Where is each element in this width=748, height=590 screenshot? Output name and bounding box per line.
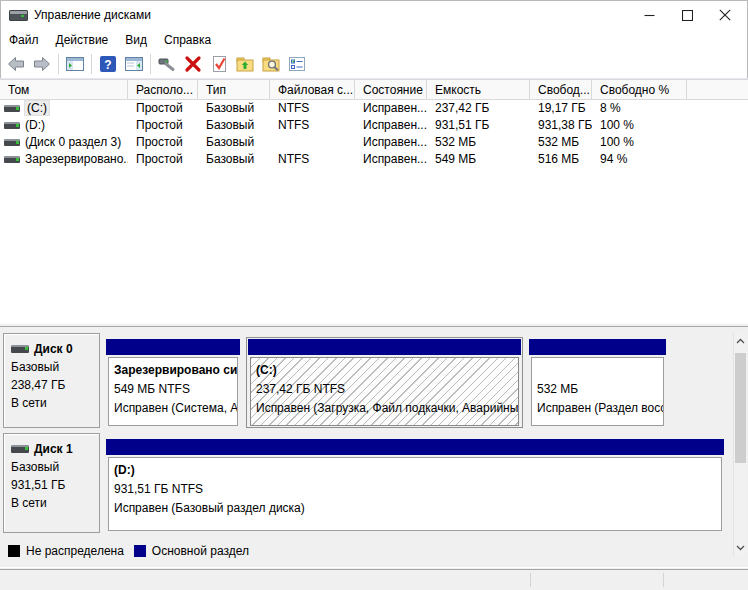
volume-fs <box>270 134 355 151</box>
statusbar <box>0 570 748 590</box>
menu-item-action[interactable]: Действие <box>56 33 109 47</box>
minimize-icon <box>644 10 655 21</box>
delete-volume-button[interactable] <box>180 52 206 76</box>
titlebar: Управление дисками <box>0 0 748 30</box>
menubar: Файл Действие Вид Справка <box>0 30 748 49</box>
partition-name: Зарезервировано сис <box>114 361 233 380</box>
partition-status: Исправен (Загрузка, Файл подкачки, Авари… <box>256 399 514 418</box>
scroll-down-button[interactable] <box>734 540 747 556</box>
partition-status: Исправен (Раздел восс <box>537 399 659 418</box>
volume-capacity: 549 МБ <box>427 151 530 168</box>
statusbar-separator <box>663 573 664 587</box>
disk-management-window: Управление дисками Файл Действие Вид Спр… <box>0 0 748 590</box>
column-header-status[interactable]: Состояние <box>355 79 427 100</box>
disk-type: Базовый <box>11 358 97 376</box>
mark-partition-active-icon <box>209 54 229 74</box>
partition-d[interactable]: (D:) 931,51 ГБ NTFS Исправен (Базовый ра… <box>104 437 726 533</box>
chevron-down-icon <box>736 545 745 551</box>
show-console-tree-button[interactable] <box>62 52 88 76</box>
column-header-layout[interactable]: Располо... <box>128 79 198 100</box>
maximize-button[interactable] <box>668 0 706 30</box>
volume-layout: Простой <box>128 151 198 168</box>
volume-icon <box>4 122 20 129</box>
partition-system-reserved[interactable]: Зарезервировано сис 549 МБ NTFS Исправен… <box>104 337 242 428</box>
legend-label: Основной раздел <box>152 544 249 558</box>
scroll-up-button[interactable] <box>734 333 747 349</box>
volume-layout: Простой <box>128 117 198 134</box>
volume-name: (D:) <box>25 118 45 132</box>
help-button[interactable]: ? <box>95 52 121 76</box>
column-header-capacity[interactable]: Емкость <box>427 79 530 100</box>
scrollbar-thumb[interactable] <box>735 353 746 463</box>
disk-label: Диск 1 <box>34 440 73 458</box>
volume-capacity: 931,51 ГБ <box>427 117 530 134</box>
partition-recovery[interactable]: 532 МБ Исправен (Раздел восс <box>527 337 668 428</box>
volume-list: Том Располо... Тип Файловая с... Состоян… <box>0 79 748 322</box>
column-header-type[interactable]: Тип <box>198 79 270 100</box>
rescan-disks-button[interactable] <box>154 52 180 76</box>
volume-capacity: 237,42 ГБ <box>427 100 530 117</box>
column-header-free[interactable]: Свобод... <box>530 79 592 100</box>
volume-free-pct: 94 % <box>592 151 687 168</box>
menu-item-file[interactable]: Файл <box>9 33 39 47</box>
properties-button[interactable] <box>284 52 310 76</box>
volume-icon <box>4 156 20 163</box>
explore-folder-icon <box>261 54 281 73</box>
volume-row-reserved[interactable]: Зарезервировано... Простой Базовый NTFS … <box>0 151 748 168</box>
disk-0-band: Диск 0 Базовый 238,47 ГБ В сети Зарезерв… <box>3 333 727 428</box>
volume-free-pct: 100 % <box>592 134 687 151</box>
partition-color-bar <box>106 339 240 355</box>
volume-capacity: 532 МБ <box>427 134 530 151</box>
minimize-button[interactable] <box>630 0 668 30</box>
partition-size: 237,42 ГБ NTFS <box>256 380 514 399</box>
toolbar-separator <box>91 54 92 74</box>
volume-layout: Простой <box>128 100 198 117</box>
partition-size: 549 МБ NTFS <box>114 380 233 399</box>
volume-row-c[interactable]: (C:) Простой Базовый NTFS Исправен... 23… <box>0 100 748 117</box>
show-action-pane-button[interactable] <box>121 52 147 76</box>
window-controls <box>630 0 744 30</box>
partition-name: (D:) <box>114 461 717 480</box>
legend-item-unallocated: Не распределена <box>8 544 124 558</box>
forward-button[interactable] <box>29 52 55 76</box>
volume-free: 532 МБ <box>530 134 592 151</box>
partition-size: 532 МБ <box>537 380 659 399</box>
partition-c[interactable]: (C:) 237,42 ГБ NTFS Исправен (Загрузка, … <box>246 337 523 428</box>
partition-name <box>537 361 659 380</box>
rescan-disks-icon <box>157 55 177 73</box>
explore-button[interactable] <box>258 52 284 76</box>
volume-free-pct: 100 % <box>592 117 687 134</box>
partition-name: (C:) <box>256 361 514 380</box>
legend: Не распределена Основной раздел <box>8 543 249 559</box>
volume-type: Базовый <box>198 117 270 134</box>
window-title: Управление дисками <box>34 8 151 22</box>
close-button[interactable] <box>706 0 744 30</box>
column-header-filesystem[interactable]: Файловая с... <box>270 79 355 100</box>
column-header-volume[interactable]: Том <box>0 79 128 100</box>
vertical-scrollbar[interactable] <box>733 333 747 556</box>
volume-free-pct: 8 % <box>592 100 687 117</box>
close-icon <box>719 9 731 21</box>
properties-icon <box>287 55 307 73</box>
disk-icon <box>11 345 29 353</box>
volume-row-d[interactable]: (D:) Простой Базовый NTFS Исправен... 93… <box>0 117 748 134</box>
forward-icon <box>32 54 52 74</box>
menu-item-view[interactable]: Вид <box>125 33 147 47</box>
back-button[interactable] <box>3 52 29 76</box>
disk-label: Диск 0 <box>34 340 73 358</box>
volume-row-disk0-part3[interactable]: (Диск 0 раздел 3) Простой Базовый Исправ… <box>0 134 748 151</box>
primary-partition-swatch <box>134 545 146 557</box>
disk-size: 931,51 ГБ <box>11 476 97 494</box>
volume-fs: NTFS <box>270 117 355 134</box>
menu-item-help[interactable]: Справка <box>164 33 211 47</box>
disk-management-app-icon <box>9 8 26 22</box>
toolbar-separator <box>58 54 59 74</box>
disk-0-header[interactable]: Диск 0 Базовый 238,47 ГБ В сети <box>3 333 100 428</box>
column-header-free-pct[interactable]: Свободно % <box>592 79 687 100</box>
mark-partition-active-button[interactable] <box>206 52 232 76</box>
disk-status: В сети <box>11 394 97 412</box>
volume-free: 931,38 ГБ <box>530 117 592 134</box>
open-button[interactable] <box>232 52 258 76</box>
partition-status: Исправен (Базовый раздел диска) <box>114 499 717 518</box>
disk-1-header[interactable]: Диск 1 Базовый 931,51 ГБ В сети <box>3 433 100 533</box>
